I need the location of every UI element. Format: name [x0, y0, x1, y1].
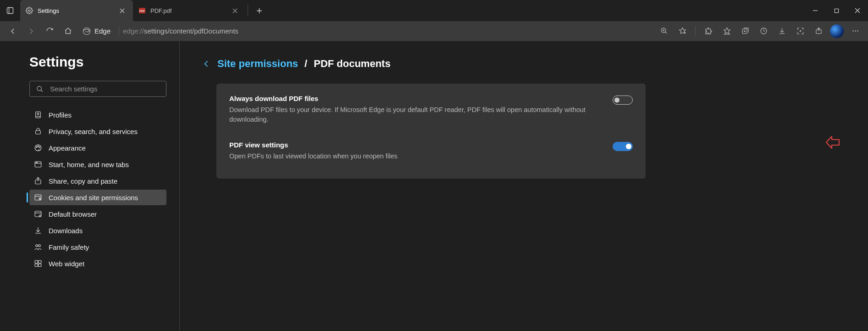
svg-rect-6	[835, 9, 838, 12]
sidebar-item-share[interactable]: Share, copy and paste	[29, 173, 166, 189]
gear-icon	[26, 7, 33, 14]
svg-rect-0	[7, 8, 13, 14]
close-tab-button[interactable]	[229, 5, 240, 16]
sidebar-item-label: Cookies and site permissions	[49, 194, 138, 202]
toolbar: Edge edge://settings/content/pdfDocument…	[0, 21, 868, 41]
svg-point-31	[36, 146, 37, 147]
toggle-pdf-view[interactable]	[613, 142, 633, 151]
web-capture-button[interactable]	[792, 23, 808, 39]
svg-text:PDF: PDF	[139, 10, 145, 12]
sidebar: Settings Profiles Privacy, search, and s…	[0, 41, 180, 331]
setting-pdf-view: PDF view settings Open PDFs to last view…	[229, 133, 633, 169]
breadcrumb-separator: /	[304, 58, 307, 70]
sidebar-item-family[interactable]: Family safety	[29, 239, 166, 255]
setting-title: Always download PDF files	[229, 95, 603, 102]
breadcrumb-parent-link[interactable]: Site permissions	[217, 58, 298, 70]
tab-settings[interactable]: Settings	[20, 0, 133, 21]
search-icon	[36, 85, 44, 93]
svg-point-32	[38, 146, 39, 146]
toolbar-separator	[119, 27, 119, 36]
svg-point-37	[37, 162, 37, 163]
svg-point-33	[39, 146, 40, 147]
new-tab-button[interactable]	[250, 0, 268, 21]
sidebar-item-start[interactable]: Start, home, and new tabs	[29, 157, 166, 172]
url-protocol: edge://	[123, 27, 144, 35]
titlebar: Settings PDF PDF.pdf	[0, 0, 868, 21]
search-settings[interactable]	[29, 81, 166, 97]
tab-actions-button[interactable]	[0, 0, 20, 21]
edge-logo-icon	[83, 27, 91, 35]
close-tab-button[interactable]	[116, 5, 127, 16]
extensions-button[interactable]	[700, 23, 717, 39]
sidebar-item-label: Share, copy and paste	[49, 177, 117, 185]
sidebar-item-label: Downloads	[49, 227, 83, 235]
sidebar-item-cookies[interactable]: Cookies and site permissions	[29, 190, 166, 205]
sidebar-item-label: Family safety	[49, 243, 89, 251]
sidebar-item-privacy[interactable]: Privacy, search, and services	[29, 123, 166, 139]
svg-line-9	[665, 32, 667, 34]
add-favorite-button[interactable]	[674, 23, 691, 39]
history-button[interactable]	[755, 23, 772, 39]
breadcrumb-back-button[interactable]	[202, 59, 211, 68]
svg-point-28	[37, 113, 39, 115]
favorites-button[interactable]	[719, 23, 735, 39]
setting-title: PDF view settings	[229, 141, 603, 149]
breadcrumb-current: PDF documents	[314, 58, 390, 70]
zoom-button[interactable]	[656, 23, 672, 39]
svg-point-22	[852, 30, 853, 31]
svg-rect-48	[39, 260, 41, 263]
pdf-icon: PDF	[138, 7, 146, 14]
sidebar-item-default-browser[interactable]: Default browser	[29, 206, 166, 222]
sidebar-item-label: Start, home, and new tabs	[49, 161, 129, 168]
sidebar-item-label: Default browser	[49, 210, 97, 218]
main: Site permissions / PDF documents Always …	[180, 41, 868, 331]
tab-divider	[248, 5, 248, 17]
sidebar-item-label: Web widget	[49, 260, 84, 268]
sidebar-item-downloads[interactable]: Downloads	[29, 223, 166, 238]
sidebar-item-profiles[interactable]: Profiles	[29, 107, 166, 123]
back-button[interactable]	[5, 23, 21, 39]
svg-point-45	[36, 245, 38, 247]
collections-button[interactable]	[737, 23, 753, 39]
toggle-always-download[interactable]	[613, 95, 633, 105]
svg-point-24	[857, 30, 858, 31]
settings-nav: Profiles Privacy, search, and services A…	[29, 107, 166, 271]
tab-label: PDF.pdf	[150, 7, 171, 14]
share-button[interactable]	[810, 23, 827, 39]
tab-label: Settings	[38, 7, 59, 14]
breadcrumb: Site permissions / PDF documents	[202, 58, 846, 70]
sidebar-item-appearance[interactable]: Appearance	[29, 140, 166, 156]
sidebar-item-web-widget[interactable]: Web widget	[29, 256, 166, 271]
maximize-button[interactable]	[826, 0, 847, 21]
svg-rect-49	[35, 264, 38, 267]
tab-pdf[interactable]: PDF PDF.pdf	[133, 0, 246, 21]
content: Settings Profiles Privacy, search, and s…	[0, 41, 868, 331]
search-input[interactable]	[50, 85, 160, 93]
brand-label: Edge	[94, 27, 111, 35]
svg-point-23	[855, 30, 856, 31]
svg-point-36	[36, 162, 36, 163]
page-title: Settings	[29, 54, 166, 70]
svg-point-46	[39, 245, 41, 247]
svg-rect-42	[35, 211, 41, 217]
setting-description: Download PDF files to your device. If Mi…	[229, 105, 603, 124]
close-window-button[interactable]	[847, 0, 868, 21]
refresh-button[interactable]	[41, 23, 58, 39]
svg-rect-50	[39, 264, 41, 267]
window-controls	[805, 0, 868, 21]
settings-panel: Always download PDF files Download PDF f…	[216, 84, 646, 179]
svg-rect-47	[35, 260, 38, 263]
svg-point-25	[37, 86, 41, 90]
svg-rect-29	[36, 131, 41, 135]
site-identity[interactable]: Edge	[78, 27, 115, 35]
minimize-button[interactable]	[805, 0, 826, 21]
home-button[interactable]	[60, 23, 76, 39]
sidebar-item-label: Appearance	[49, 144, 86, 152]
menu-button[interactable]	[847, 23, 863, 39]
address-bar[interactable]: edge://settings/content/pdfDocuments	[123, 27, 238, 35]
forward-button[interactable]	[23, 23, 39, 39]
sidebar-item-label: Privacy, search, and services	[49, 128, 138, 135]
downloads-button[interactable]	[774, 23, 790, 39]
setting-description: Open PDFs to last viewed location when y…	[229, 151, 603, 161]
profile-button[interactable]	[829, 23, 845, 39]
